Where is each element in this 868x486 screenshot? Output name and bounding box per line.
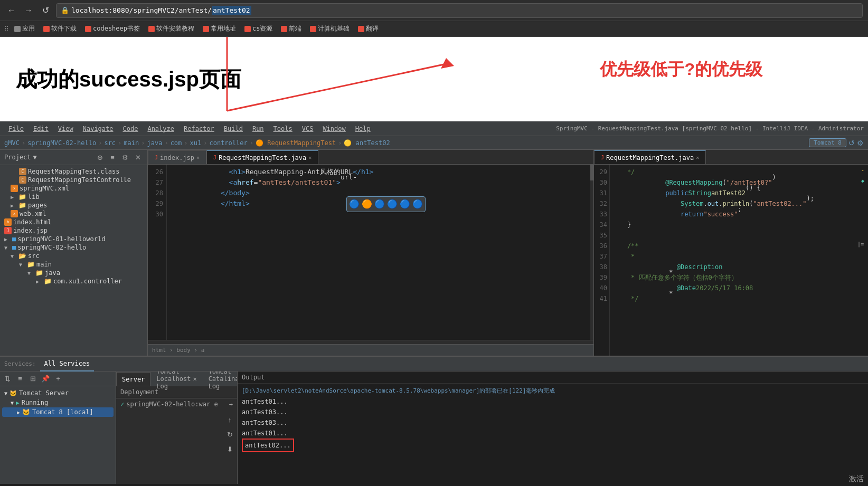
tree-item[interactable]: J index.jsp <box>0 226 147 235</box>
running-item[interactable]: ▼ ▶ Running <box>2 398 114 407</box>
menu-tools[interactable]: Tools <box>269 124 297 134</box>
tree-item[interactable]: ▼ 📁 main <box>0 260 147 269</box>
add-svc-btn[interactable]: + <box>53 374 63 384</box>
localhost-log-tab[interactable]: Tomcat Localhost Log ✕ <box>150 372 202 386</box>
menu-build[interactable]: Build <box>220 124 247 134</box>
output-highlight-line: antTest02... <box>242 439 864 452</box>
menu-analyze[interactable]: Analyze <box>143 124 178 134</box>
all-services-tab[interactable]: All Services <box>40 357 95 371</box>
tree-arrow: ▶ <box>36 279 42 284</box>
tree-item[interactable]: ▼ 📁 java <box>0 269 147 277</box>
page-content: 成功的success.jsp页面 优先级低于?的优先级 <box>0 37 868 121</box>
deploy-action-btn-3[interactable]: ⬇ <box>224 444 235 454</box>
tree-item[interactable]: h index.html <box>0 218 147 226</box>
settings-btn[interactable]: ⚙ <box>857 139 864 147</box>
project-label: Project <box>4 154 31 161</box>
editor-tabs: J index.jsp ✕ J RequestMappingTest.java … <box>148 150 593 165</box>
bookmark-download[interactable]: 软件下载 <box>40 23 80 34</box>
bookmark-apps[interactable]: 应用 <box>11 23 38 34</box>
tab-close-btn[interactable]: ✕ <box>196 155 200 160</box>
tree-item[interactable]: x web.xml <box>0 209 147 218</box>
bookmark-cs[interactable]: cs资源 <box>241 23 276 34</box>
address-bar[interactable]: 🔒 localhost:8080/springMVC2/antTest/antT… <box>56 3 863 18</box>
bc-gmvc[interactable]: gMVC <box>4 139 20 147</box>
group-btn[interactable]: ⊞ <box>27 374 38 384</box>
project-add-btn[interactable]: ⊕ <box>95 152 105 163</box>
tree-item[interactable]: C RequestMappingTest.class <box>0 167 147 176</box>
refresh-button[interactable]: ↺ <box>39 4 52 17</box>
tree-arrow: ▼ <box>27 270 34 276</box>
tab-close-btn[interactable]: ✕ <box>308 155 312 160</box>
deploy-action-buttons: ↑ ↻ ⬇ <box>222 410 237 484</box>
browser-icon-1: 🔵 <box>349 199 360 209</box>
menu-file[interactable]: File <box>4 124 28 134</box>
tree-item[interactable]: ▼ 📂 src <box>0 252 147 260</box>
bc-src[interactable]: src <box>104 139 116 147</box>
forward-button[interactable]: → <box>22 4 35 17</box>
code-content[interactable]: <h1>RequestMapping-Ant风格的URL</h1> <a hre… <box>167 165 590 340</box>
sort-btn[interactable]: ⇅ <box>2 374 13 384</box>
apps-icon[interactable]: ⠿ <box>4 25 9 33</box>
tab-index-jsp[interactable]: J index.jsp ✕ <box>148 150 206 164</box>
bc-project[interactable]: springMVC-02-hello <box>27 139 96 147</box>
menu-navigate[interactable]: Navigate <box>79 124 118 134</box>
project-sort-btn[interactable]: ≡ <box>107 152 118 163</box>
back-button[interactable]: ← <box>5 4 18 17</box>
dropdown-icon[interactable]: ▼ <box>33 154 37 161</box>
tree-item[interactable]: ▼ ■ springMVC-02-hello <box>0 243 147 252</box>
menu-edit[interactable]: Edit <box>29 124 53 134</box>
filter-btn[interactable]: ≡ <box>15 374 25 384</box>
tree-item[interactable]: ▶ 📁 pages <box>0 201 147 209</box>
deploy-action-btn-2[interactable]: ↻ <box>224 429 235 440</box>
code-line: <a href="antTest/antTest01">url- <box>171 177 586 188</box>
tree-item[interactable]: ▶ ■ springMVC-01-helloworld <box>0 235 147 243</box>
bc-main[interactable]: main <box>124 139 139 147</box>
bc-controller[interactable]: controller <box>209 139 247 147</box>
bookmark-cs-basic[interactable]: 计算机基础 <box>307 23 353 34</box>
menu-vcs[interactable]: VCS <box>298 124 318 134</box>
vertical-scrollbar[interactable] <box>590 165 593 340</box>
path-text: html › body › a <box>152 347 204 354</box>
bc-method[interactable]: 🟡 antTest02 <box>344 139 390 147</box>
tab-requestmapping[interactable]: J RequestMappingTest.java ✕ <box>206 150 318 164</box>
tab-close[interactable]: ✕ <box>193 375 196 383</box>
tomcat-server-item[interactable]: ▼ 🐱 Tomcat Server <box>2 388 114 398</box>
tree-item[interactable]: ▶ 📁 com.xu1.controller <box>0 277 147 285</box>
bookmark-install[interactable]: 软件安装教程 <box>145 23 197 34</box>
deploy-action-btn-1[interactable]: ↑ <box>224 414 235 425</box>
tree-item[interactable]: x springMVC.xml <box>0 184 147 193</box>
project-panel: Project ▼ ⊕ ≡ ⚙ ✕ C RequestMappingTest.c… <box>0 150 148 356</box>
pin-btn[interactable]: 📌 <box>40 374 51 384</box>
bc-java[interactable]: java <box>147 139 162 147</box>
bookmark-translate[interactable]: 翻译 <box>355 23 382 34</box>
tomcat-badge[interactable]: Tomcat 8 <box>809 138 846 147</box>
tomcat8-local-item[interactable]: ▶ 🐱 Tomcat 8 [local] <box>2 407 114 417</box>
menu-view[interactable]: View <box>54 124 78 134</box>
bookmark-common[interactable]: 常用地址 <box>200 23 239 34</box>
menu-window[interactable]: Window <box>318 124 350 134</box>
tab-close-btn[interactable]: ✕ <box>696 155 699 160</box>
menu-code[interactable]: Code <box>119 124 143 134</box>
java-right-tab-icon: J <box>601 155 604 160</box>
bc-com[interactable]: com <box>171 139 182 147</box>
menu-refactor[interactable]: Refactor <box>180 124 219 134</box>
project-close-btn[interactable]: ✕ <box>133 152 143 163</box>
server-tab[interactable]: Server <box>116 372 150 386</box>
deploy-arrow-icon: → <box>229 401 233 408</box>
horizontal-scrollbar[interactable] <box>148 340 593 344</box>
menu-run[interactable]: Run <box>248 124 268 134</box>
project-settings-btn[interactable]: ⚙ <box>120 152 130 163</box>
tree-item[interactable]: ▶ 📁 lib <box>0 193 147 201</box>
bc-class[interactable]: 🟠 RequestMappingTest <box>256 139 336 147</box>
bookmark-frontend[interactable]: 前端 <box>278 23 305 34</box>
refresh-project-btn[interactable]: ↺ <box>848 139 855 147</box>
tab-right-requestmapping[interactable]: J RequestMappingTest.java ✕ <box>594 150 706 164</box>
bc-xu1[interactable]: xu1 <box>190 139 202 147</box>
menu-help[interactable]: Help <box>351 124 375 134</box>
autocomplete-popup: 🔵 🟠 🔵 🔵 🔵 🔵 <box>346 196 426 212</box>
tree-item[interactable]: C RequestMappingTestControlle <box>0 176 147 184</box>
bookmark-codesheep[interactable]: codesheep书签 <box>82 23 143 34</box>
catalina-log-tab[interactable]: Tomcat Catalina Log ✕ <box>203 372 238 386</box>
tree-item-label: web.xml <box>20 210 46 217</box>
right-code-content[interactable]: */ @RequestMapping("/antTest0?") public … <box>610 165 857 356</box>
